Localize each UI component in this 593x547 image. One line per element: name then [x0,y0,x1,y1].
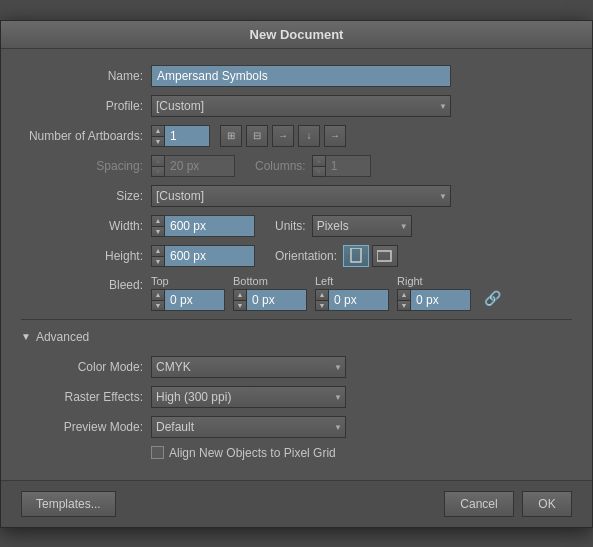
align-checkbox[interactable] [151,446,164,459]
artboards-down-arrow[interactable]: ▼ [151,136,165,147]
height-input[interactable] [165,245,255,267]
raster-effects-label: Raster Effects: [21,390,151,404]
artboard-grid-col-icon[interactable]: ⊟ [246,125,268,147]
height-row: Height: ▲ ▼ Orientation: [21,245,572,267]
spacing-down-arrow: ▼ [151,166,165,177]
bleed-right-input[interactable] [411,289,471,311]
profile-row: Profile: [Custom] [21,95,572,117]
bleed-left-up-arrow[interactable]: ▲ [315,289,329,300]
bleed-left-down-arrow[interactable]: ▼ [315,300,329,311]
units-label: Units: [275,219,312,233]
advanced-toggle[interactable]: ▼ Advanced [21,326,572,348]
bleed-left-input[interactable] [329,289,389,311]
artboards-arrows: ▲ ▼ [151,125,165,147]
artboards-input[interactable] [165,125,210,147]
width-spinner: ▲ ▼ [151,215,255,237]
new-document-dialog: New Document Name: Profile: [Custom] Num… [0,20,593,528]
footer: Templates... Cancel OK [1,480,592,527]
width-row: Width: ▲ ▼ Units: Pixels Inches cm mm Po… [21,215,572,237]
bleed-right-spinner: ▲ ▼ [397,289,471,311]
color-mode-row: Color Mode: CMYK RGB [21,356,572,378]
portrait-button[interactable] [343,245,369,267]
bleed-top-spinner: ▲ ▼ [151,289,225,311]
columns-up-arrow: ▲ [312,155,326,166]
bleed-right-down-arrow[interactable]: ▼ [397,300,411,311]
size-dropdown-wrapper: [Custom] [151,185,451,207]
columns-arrows: ▲ ▼ [312,155,326,177]
bleed-left-label: Left [315,275,333,287]
size-label: Size: [21,189,151,203]
color-mode-dropdown-wrapper: CMYK RGB [151,356,346,378]
artboard-grid-icon[interactable]: ⊞ [220,125,242,147]
name-input[interactable] [151,65,451,87]
raster-effects-row: Raster Effects: High (300 ppi) Medium (1… [21,386,572,408]
bleed-right-label: Right [397,275,423,287]
bleed-top-group: Top ▲ ▼ [151,275,225,311]
height-up-arrow[interactable]: ▲ [151,245,165,256]
width-input[interactable] [165,215,255,237]
profile-label: Profile: [21,99,151,113]
bleed-bottom-spinner: ▲ ▼ [233,289,307,311]
color-mode-dropdown[interactable]: CMYK RGB [151,356,346,378]
bleed-bottom-label: Bottom [233,275,268,287]
spacing-arrows: ▲ ▼ [151,155,165,177]
columns-label: Columns: [255,159,312,173]
bleed-bottom-arrows: ▲ ▼ [233,289,247,311]
bleed-fields: Top ▲ ▼ Bottom ▲ ▼ [151,275,501,311]
height-spinner: ▲ ▼ [151,245,255,267]
align-checkbox-label: Align New Objects to Pixel Grid [169,446,336,460]
bleed-bottom-down-arrow[interactable]: ▼ [233,300,247,311]
svg-rect-1 [377,251,391,261]
artboard-right-icon[interactable]: → [272,125,294,147]
svg-rect-0 [351,248,361,262]
width-label: Width: [21,219,151,233]
width-down-arrow[interactable]: ▼ [151,226,165,237]
preview-mode-label: Preview Mode: [21,420,151,434]
spacing-label: Spacing: [21,159,151,173]
bleed-section: Bleed: Top ▲ ▼ Bottom [21,275,572,311]
spacing-up-arrow: ▲ [151,155,165,166]
artboards-spinner: ▲ ▼ [151,125,210,147]
name-row: Name: [21,65,572,87]
units-dropdown-wrapper: Pixels Inches cm mm Points Picas [312,215,412,237]
bleed-bottom-group: Bottom ▲ ▼ [233,275,307,311]
bleed-left-spinner: ▲ ▼ [315,289,389,311]
dialog-title: New Document [1,21,592,49]
artboards-row: Number of Artboards: ▲ ▼ ⊞ ⊟ → ↓ → [21,125,572,147]
raster-effects-dropdown-wrapper: High (300 ppi) Medium (150 ppi) Screen (… [151,386,346,408]
bleed-right-up-arrow[interactable]: ▲ [397,289,411,300]
ok-button[interactable]: OK [522,491,572,517]
bleed-top-up-arrow[interactable]: ▲ [151,289,165,300]
units-dropdown[interactable]: Pixels Inches cm mm Points Picas [312,215,412,237]
artboard-down-icon[interactable]: ↓ [298,125,320,147]
profile-dropdown[interactable]: [Custom] [151,95,451,117]
color-mode-label: Color Mode: [21,360,151,374]
artboard-arrow-icon[interactable]: → [324,125,346,147]
artboard-layout-icons: ⊞ ⊟ → ↓ → [220,125,346,147]
advanced-label: Advanced [36,330,89,344]
bleed-bottom-up-arrow[interactable]: ▲ [233,289,247,300]
spacing-row: Spacing: ▲ ▼ Columns: ▲ ▼ [21,155,572,177]
orientation-label: Orientation: [275,249,343,263]
landscape-button[interactable] [372,245,398,267]
size-row: Size: [Custom] [21,185,572,207]
bleed-top-label: Top [151,275,169,287]
size-dropdown[interactable]: [Custom] [151,185,451,207]
bleed-link-icon[interactable]: 🔗 [483,289,501,307]
preview-mode-dropdown[interactable]: Default Pixel Overprint [151,416,346,438]
preview-mode-row: Preview Mode: Default Pixel Overprint [21,416,572,438]
columns-input [326,155,371,177]
height-down-arrow[interactable]: ▼ [151,256,165,267]
bleed-top-down-arrow[interactable]: ▼ [151,300,165,311]
advanced-triangle-icon: ▼ [21,331,31,342]
templates-button[interactable]: Templates... [21,491,116,517]
width-up-arrow[interactable]: ▲ [151,215,165,226]
cancel-button[interactable]: Cancel [444,491,514,517]
spacing-spinner: ▲ ▼ [151,155,235,177]
bleed-top-input[interactable] [165,289,225,311]
bleed-bottom-input[interactable] [247,289,307,311]
raster-effects-dropdown[interactable]: High (300 ppi) Medium (150 ppi) Screen (… [151,386,346,408]
artboards-up-arrow[interactable]: ▲ [151,125,165,136]
height-arrows: ▲ ▼ [151,245,165,267]
bleed-right-group: Right ▲ ▼ [397,275,471,311]
